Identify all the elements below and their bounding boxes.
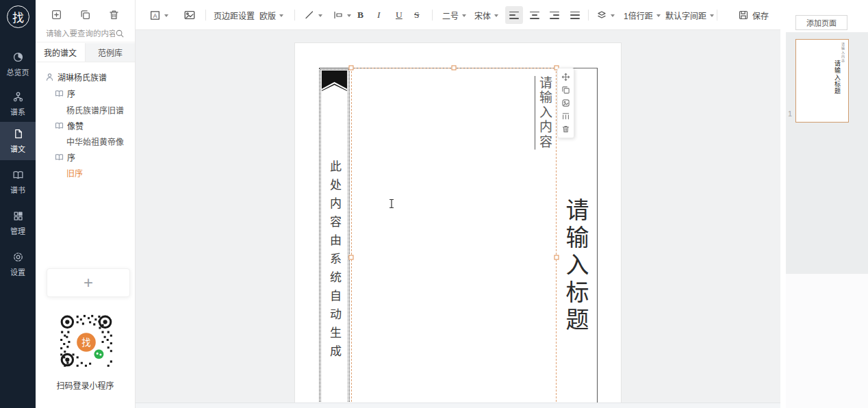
login-qr-code: 找 bbox=[58, 313, 114, 372]
tree-item-preface-2[interactable]: 序 bbox=[55, 150, 75, 164]
chevron-down-icon bbox=[347, 14, 351, 17]
gear-icon bbox=[12, 251, 24, 263]
trash-icon[interactable] bbox=[108, 9, 120, 21]
wechat-badge-icon bbox=[94, 349, 103, 359]
search-bar bbox=[36, 25, 135, 42]
move-icon[interactable] bbox=[561, 73, 570, 81]
align-center-icon bbox=[530, 12, 539, 19]
tab-example-library[interactable]: 范例库 bbox=[85, 43, 135, 62]
tree-item-root[interactable]: 湖琳杨氏族谱 bbox=[45, 70, 107, 84]
line-spacing-label: 1倍行距 bbox=[624, 10, 653, 21]
align-start-button[interactable] bbox=[505, 6, 523, 24]
page-thumbnail-list: 请输入内容 请输入标题 1 bbox=[786, 32, 868, 274]
insert-image-button[interactable] bbox=[183, 0, 196, 30]
font-size-label: 二号 bbox=[442, 10, 459, 21]
page-thumbnail-1[interactable]: 请输入内容 请输入标题 bbox=[795, 39, 849, 123]
save-button[interactable]: 保存 bbox=[738, 0, 769, 30]
add-page-button[interactable]: 添加页面 bbox=[795, 15, 847, 30]
sidebar-item-label: 管理 bbox=[10, 225, 25, 236]
horizontal-scrollbar[interactable] bbox=[136, 403, 780, 408]
page-spine-column: 此处内容由系统自动生成 bbox=[319, 68, 350, 408]
selection-handle-top-center[interactable] bbox=[452, 66, 457, 71]
sidebar-item-settings[interactable]: 设置 bbox=[0, 246, 36, 282]
line-spacing-dropdown[interactable]: 1倍行距 bbox=[624, 0, 661, 30]
qr-caption: 扫码登录小程序 bbox=[36, 379, 135, 391]
document-page[interactable]: 此处内容由系统自动生成 请输入内容 请输入标题 bbox=[294, 42, 622, 408]
search-icon[interactable] bbox=[115, 29, 125, 38]
sidebar-item-genealogy[interactable]: 谱系 bbox=[0, 86, 36, 122]
bold-button[interactable]: B bbox=[357, 0, 363, 30]
svg-text:A: A bbox=[153, 12, 157, 18]
save-icon bbox=[738, 10, 749, 21]
sidebar-item-scores[interactable]: 谱文 bbox=[0, 122, 36, 160]
font-size-dropdown[interactable]: 二号 bbox=[442, 0, 466, 30]
selection-handle-mid-left[interactable] bbox=[349, 255, 354, 260]
family-icon bbox=[45, 73, 54, 81]
underline-button[interactable]: U bbox=[396, 0, 403, 30]
tree-item-emperor-portrait[interactable]: 中华始祖黄帝像 bbox=[66, 134, 124, 148]
line-icon bbox=[304, 10, 315, 21]
tree-item-old-preface-doc[interactable]: 杨氏族谱序旧谱 bbox=[66, 103, 124, 116]
delete-icon[interactable] bbox=[561, 125, 570, 133]
title-placeholder-text[interactable]: 请输入标题 bbox=[559, 198, 592, 335]
chevron-down-icon bbox=[494, 14, 498, 17]
chevron-down-icon bbox=[164, 14, 168, 17]
image-icon bbox=[183, 9, 196, 21]
char-spacing-dropdown[interactable]: 默认字间距 bbox=[665, 0, 714, 30]
add-document-icon[interactable] bbox=[51, 9, 62, 21]
align-center-button[interactable] bbox=[526, 6, 544, 24]
strikethrough-button[interactable]: S bbox=[414, 0, 420, 30]
copy-icon[interactable] bbox=[79, 9, 91, 21]
text-direction-dropdown[interactable] bbox=[333, 0, 351, 30]
tree-item-old-preface-selected[interactable]: 旧序 bbox=[66, 166, 83, 179]
app-logo[interactable]: 找 bbox=[7, 5, 29, 28]
document-icon bbox=[12, 128, 24, 140]
line-tool-dropdown[interactable] bbox=[304, 0, 322, 30]
content-placeholder-text[interactable]: 请输入内容 bbox=[535, 76, 554, 150]
sidebar-item-label: 谱系 bbox=[10, 106, 25, 117]
sidebar-item-book[interactable]: 谱书 bbox=[0, 164, 36, 200]
char-spacing-label: 默认字间距 bbox=[665, 10, 706, 21]
margin-settings-button[interactable]: 页边距设置 bbox=[214, 0, 255, 30]
save-label: 保存 bbox=[752, 10, 769, 21]
font-family-dropdown[interactable]: 宋体 bbox=[474, 0, 498, 30]
italic-button[interactable]: I bbox=[377, 0, 381, 30]
toolbar-separator bbox=[588, 10, 589, 21]
sidebar-item-manage[interactable]: 管理 bbox=[0, 205, 36, 241]
tab-my-scores[interactable]: 我的谱文 bbox=[36, 43, 85, 62]
editor-canvas[interactable]: 此处内容由系统自动生成 请输入内容 请输入标题 bbox=[136, 30, 780, 408]
thumbnail-title-text: 请输入标题 bbox=[833, 60, 842, 94]
sidebar-item-label: 设置 bbox=[10, 266, 25, 277]
search-input[interactable] bbox=[46, 29, 115, 38]
tree-item-label: 杨氏族谱序旧谱 bbox=[66, 104, 124, 116]
toolbar-separator bbox=[432, 10, 433, 21]
selected-textbox[interactable] bbox=[351, 68, 557, 408]
sidebar-item-label: 总览页 bbox=[7, 66, 29, 77]
selection-handle-top-left[interactable] bbox=[349, 66, 354, 71]
sidebar-item-overview[interactable]: 总览页 bbox=[0, 47, 36, 82]
save-image-icon[interactable] bbox=[561, 99, 570, 107]
tree-item-portrait-section[interactable]: 像赞 bbox=[55, 118, 84, 132]
add-page-label: 添加页面 bbox=[806, 17, 837, 28]
layers-dropdown[interactable] bbox=[596, 0, 615, 30]
vertical-scrollbar-track[interactable] bbox=[780, 0, 786, 408]
align-justify-button[interactable] bbox=[566, 6, 584, 24]
tree-item-label: 序 bbox=[67, 151, 75, 163]
chevron-down-icon bbox=[279, 14, 283, 17]
align-end-button[interactable] bbox=[546, 6, 563, 24]
text-direction-icon bbox=[333, 10, 344, 21]
columns-icon[interactable] bbox=[561, 112, 570, 120]
font-family-label: 宋体 bbox=[474, 10, 491, 21]
insert-textbox-dropdown[interactable]: A bbox=[149, 0, 168, 30]
tree-item-label: 旧序 bbox=[66, 167, 83, 179]
add-document-button[interactable]: + bbox=[47, 268, 130, 297]
tree-item-label: 中华始祖黄帝像 bbox=[66, 136, 124, 147]
layout-version-label: 欧版 bbox=[259, 10, 276, 21]
plus-icon: + bbox=[84, 273, 93, 292]
layout-version-dropdown[interactable]: 欧版 bbox=[259, 0, 283, 30]
toolbar-separator bbox=[205, 10, 206, 21]
tree-item-preface-1[interactable]: 序 bbox=[55, 86, 75, 100]
duplicate-icon[interactable] bbox=[561, 86, 570, 94]
chevron-down-icon bbox=[611, 14, 615, 17]
main-sidebar: 找 总览页 谱系 谱文 谱书 管理 bbox=[0, 0, 36, 408]
